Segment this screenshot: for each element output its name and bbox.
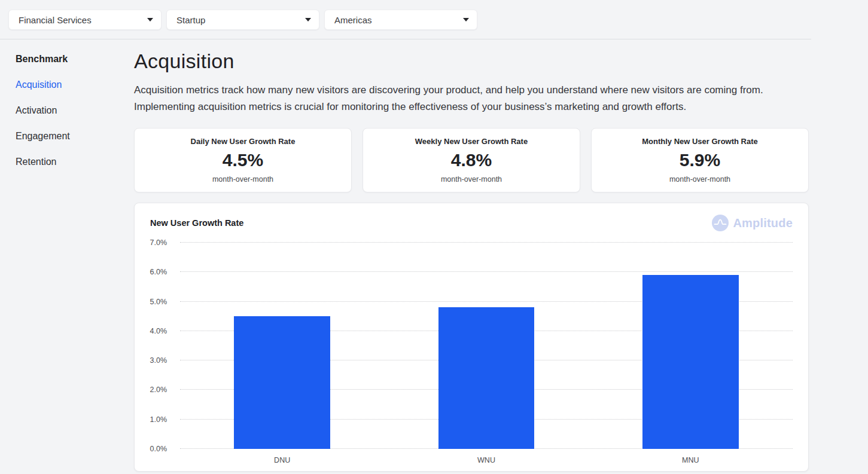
- y-axis-tick-label: 5.0%: [150, 298, 167, 306]
- amplitude-logo-icon: [712, 215, 729, 231]
- sidebar-item-retention[interactable]: Retention: [16, 157, 57, 167]
- bar-series: DNUWNUMNU: [180, 243, 793, 449]
- chevron-down-icon: [147, 18, 153, 22]
- metric-title: Monthly New User Growth Rate: [592, 137, 808, 146]
- sidebar-item-engagement[interactable]: Engagement: [16, 131, 70, 142]
- company-type-dropdown[interactable]: Startup: [166, 10, 319, 30]
- industry-dropdown-value: Financial Services: [19, 15, 92, 25]
- bar-dnu[interactable]: [234, 316, 330, 449]
- company-type-dropdown-value: Startup: [176, 15, 205, 25]
- metric-card-monthly: Monthly New User Growth Rate 5.9% month-…: [591, 128, 809, 192]
- x-axis-tick-label: DNU: [180, 456, 384, 464]
- chevron-down-icon: [305, 18, 311, 22]
- sidebar-item-acquisition[interactable]: Acquisition: [16, 79, 62, 90]
- region-dropdown-value: Americas: [334, 15, 372, 25]
- metric-cards-row: Daily New User Growth Rate 4.5% month-ov…: [134, 128, 809, 192]
- chart-header: New User Growth Rate Amplitude: [150, 215, 793, 231]
- benchmark-sidebar: Benchmark Acquisition Activation Engagem…: [0, 39, 134, 472]
- filters-topbar: Financial Services Startup Americas: [0, 0, 811, 39]
- y-axis-tick-label: 4.0%: [150, 327, 167, 335]
- metric-card-weekly: Weekly New User Growth Rate 4.8% month-o…: [363, 128, 580, 192]
- metric-caption: month-over-month: [592, 175, 808, 184]
- amplitude-watermark: Amplitude: [712, 215, 793, 231]
- sidebar-heading: Benchmark: [16, 54, 134, 65]
- bar-slot-wnu: WNU: [384, 243, 588, 449]
- watermark-label: Amplitude: [733, 216, 793, 230]
- y-axis-tick-label: 3.0%: [150, 356, 167, 365]
- metric-title: Daily New User Growth Rate: [135, 137, 351, 146]
- main-content: Acquisition Acquisition metrics track ho…: [134, 39, 809, 472]
- y-axis-tick-label: 2.0%: [150, 386, 167, 394]
- metric-value: 4.5%: [135, 150, 351, 170]
- bar-slot-dnu: DNU: [180, 243, 384, 449]
- metric-title: Weekly New User Growth Rate: [363, 137, 580, 146]
- y-axis-tick-label: 6.0%: [150, 268, 167, 276]
- metric-caption: month-over-month: [363, 175, 580, 184]
- chart-plot: 0.0%1.0%2.0%3.0%4.0%5.0%6.0%7.0%DNUWNUMN…: [180, 243, 793, 449]
- y-axis-tick-label: 7.0%: [150, 238, 167, 247]
- x-axis-tick-label: WNU: [384, 456, 588, 464]
- metric-card-daily: Daily New User Growth Rate 4.5% month-ov…: [134, 128, 352, 192]
- metric-value: 5.9%: [592, 150, 808, 170]
- sidebar-item-activation[interactable]: Activation: [16, 105, 57, 116]
- page-title: Acquisition: [134, 50, 809, 73]
- growth-rate-chart-card: New User Growth Rate Amplitude 0.0%1.0%2…: [134, 203, 809, 472]
- metric-caption: month-over-month: [135, 175, 351, 184]
- y-axis-tick-label: 0.0%: [150, 445, 167, 453]
- bar-slot-mnu: MNU: [589, 243, 793, 449]
- chevron-down-icon: [463, 18, 469, 22]
- x-axis-tick-label: MNU: [589, 456, 793, 464]
- bar-wnu[interactable]: [438, 307, 534, 449]
- metric-value: 4.8%: [363, 150, 580, 170]
- page-description: Acquisition metrics track how many new v…: [134, 82, 809, 115]
- industry-dropdown[interactable]: Financial Services: [8, 10, 162, 30]
- y-axis-tick-label: 1.0%: [150, 415, 167, 424]
- region-dropdown[interactable]: Americas: [324, 10, 477, 30]
- bar-mnu[interactable]: [642, 275, 738, 449]
- chart-title: New User Growth Rate: [150, 218, 243, 228]
